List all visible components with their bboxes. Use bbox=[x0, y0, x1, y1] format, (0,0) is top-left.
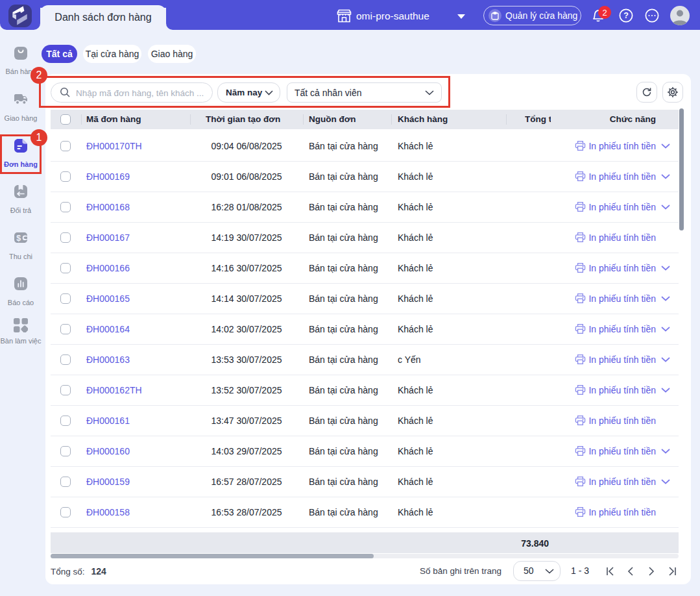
svg-text:$: $ bbox=[16, 233, 21, 242]
svg-text:?: ? bbox=[623, 11, 629, 20]
